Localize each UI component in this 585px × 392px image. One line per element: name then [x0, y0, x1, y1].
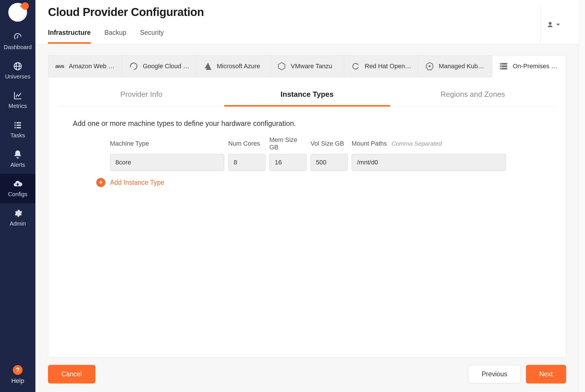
svg-point-2 — [501, 66, 502, 67]
add-instance-type-label: Add Instance Type — [110, 179, 164, 186]
col-vol-size: Vol Size GB — [310, 140, 348, 147]
provider-tab-onprem[interactable]: On-Premises Dat… — [492, 55, 566, 77]
provider-tab-openshift[interactable]: Red Hat OpenShift — [344, 55, 418, 77]
user-menu[interactable] — [540, 6, 566, 44]
col-num-cores: Num Cores — [228, 140, 265, 147]
app-logo[interactable] — [0, 0, 35, 27]
previous-button[interactable]: Previous — [468, 365, 520, 383]
wizard-footer: Cancel Previous Next — [48, 365, 566, 383]
cloud-icon — [13, 179, 23, 189]
kubernetes-icon — [424, 61, 435, 71]
sidebar-item-admin[interactable]: Admin — [0, 203, 35, 233]
gear-icon — [13, 208, 23, 218]
provider-tab-managed-k8s[interactable]: Managed Kuber… — [418, 55, 492, 77]
step-instance-types[interactable]: Instance Types — [224, 85, 390, 106]
mount-paths-input[interactable] — [352, 154, 506, 171]
sidebar: Dashboard Universes Metrics Tasks Alerts — [0, 0, 35, 392]
svg-point-1 — [501, 63, 502, 64]
panel-body: Provider Info Instance Types Regions and… — [48, 77, 566, 357]
config-panel: aws Amazon Web Se… Google Cloud Pl… Micr… — [48, 55, 566, 357]
plus-circle-icon: + — [96, 178, 105, 187]
page-title: Cloud Provider Configuration — [48, 6, 204, 19]
sidebar-item-alerts[interactable]: Alerts — [0, 144, 35, 174]
wizard-steps: Provider Info Instance Types Regions and… — [59, 85, 556, 107]
machine-type-input[interactable] — [110, 154, 224, 171]
main: Cloud Provider Configuration Infrastruct… — [35, 0, 579, 392]
sidebar-item-dashboard[interactable]: Dashboard — [0, 27, 35, 56]
col-mount-paths: Mount Paths Comma Separated — [352, 140, 506, 147]
tanzu-icon — [277, 61, 287, 71]
aws-icon: aws — [55, 61, 65, 71]
sidebar-item-label: Universes — [5, 73, 31, 80]
globe-icon — [13, 61, 23, 71]
mount-paths-hint: Comma Separated — [392, 140, 442, 147]
tab-infrastructure[interactable]: Infrastructure — [48, 29, 91, 44]
sidebar-item-label: Metrics — [9, 103, 27, 109]
metrics-icon — [13, 91, 23, 100]
gauge-icon — [13, 32, 23, 42]
user-icon — [547, 21, 554, 28]
azure-icon — [203, 61, 213, 71]
sidebar-item-label: Help — [11, 377, 24, 385]
add-instance-type-button[interactable]: + Add Instance Type — [96, 178, 556, 187]
sidebar-item-configs[interactable]: Configs — [0, 174, 35, 203]
provider-tabs: aws Amazon Web Se… Google Cloud Pl… Micr… — [48, 55, 566, 77]
sidebar-item-tasks[interactable]: Tasks — [0, 115, 35, 144]
provider-tab-azure[interactable]: Microsoft Azure — [196, 55, 270, 77]
tab-backup[interactable]: Backup — [105, 29, 127, 44]
sidebar-item-label: Configs — [8, 191, 27, 198]
planet-logo-icon — [8, 3, 27, 22]
bell-icon — [13, 150, 23, 159]
instruction-text: Add one or more machine types to define … — [73, 119, 556, 128]
sidebar-item-metrics[interactable]: Metrics — [0, 86, 35, 115]
col-machine-type: Machine Type — [110, 140, 224, 147]
next-button[interactable]: Next — [526, 365, 566, 383]
header: Cloud Provider Configuration Infrastruct… — [35, 0, 579, 44]
col-mem-size: Mem Size GB — [269, 136, 306, 151]
form-headers: Machine Type Num Cores Mem Size GB Vol S… — [110, 136, 556, 151]
tab-security[interactable]: Security — [140, 29, 164, 44]
vol-size-input[interactable] — [310, 154, 348, 171]
list-icon — [13, 120, 23, 130]
content-area: aws Amazon Web Se… Google Cloud Pl… Micr… — [35, 44, 579, 392]
provider-tab-tanzu[interactable]: VMware Tanzu — [270, 55, 344, 77]
step-regions-zones[interactable]: Regions and Zones — [390, 85, 556, 106]
sidebar-item-label: Dashboard — [4, 44, 32, 51]
svg-point-3 — [501, 68, 502, 69]
svg-point-0 — [429, 65, 431, 67]
provider-tab-gcp[interactable]: Google Cloud Pl… — [122, 55, 196, 77]
datacenter-icon — [498, 61, 509, 71]
sidebar-item-universes[interactable]: Universes — [0, 56, 35, 86]
step-provider-info[interactable]: Provider Info — [59, 85, 224, 106]
scrollbar[interactable] — [579, 0, 585, 392]
num-cores-input[interactable] — [228, 154, 265, 171]
chevron-down-icon — [556, 24, 560, 26]
help-icon: ? — [13, 365, 23, 375]
openshift-icon — [350, 61, 361, 71]
gcp-icon — [129, 61, 139, 71]
sidebar-item-label: Tasks — [10, 132, 25, 139]
sidebar-item-label: Alerts — [10, 162, 25, 168]
form-row — [110, 154, 556, 171]
provider-tab-aws[interactable]: aws Amazon Web Se… — [48, 55, 122, 77]
sidebar-item-label: Admin — [10, 220, 26, 227]
cancel-button[interactable]: Cancel — [48, 365, 95, 383]
sidebar-item-help[interactable]: ? Help — [0, 360, 35, 392]
header-tabs: Infrastructure Backup Security — [48, 29, 204, 44]
mem-size-input[interactable] — [269, 154, 306, 171]
